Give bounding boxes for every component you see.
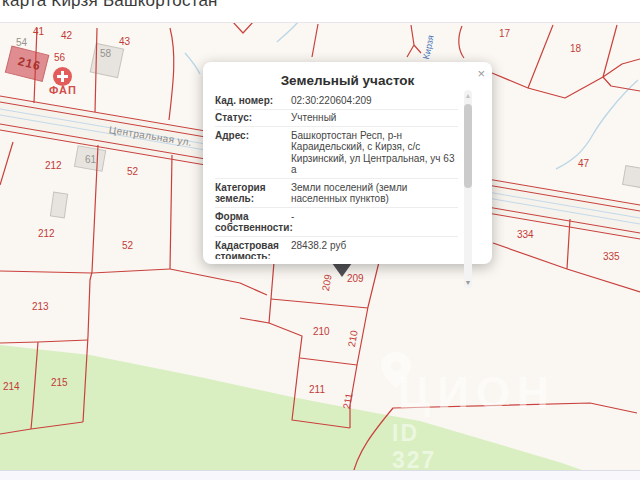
field-label: Кад. номер:: [215, 95, 290, 107]
field-value: 02:30:220604:209: [290, 95, 458, 107]
popup-row: Статус:Учтенный: [215, 110, 458, 128]
scrollbar-thumb[interactable]: [464, 104, 472, 188]
page: { "header": { "title": "карта Кирзя Башк…: [0, 0, 640, 480]
page-header: карта Кирзя Башкортостан: [0, 0, 640, 23]
popup-row: Кадастровая стоимость:28438.2 руб: [215, 237, 458, 259]
bottom-scroll-strip[interactable]: [0, 470, 640, 480]
popup-row: Категория земель:Земли поселений (земли …: [215, 179, 458, 208]
popup-row: Адрес:Башкортостан Респ, р-н Караидельск…: [215, 127, 458, 179]
popup-pointer: [332, 263, 352, 277]
popup-content: Кад. номер:02:30:220604:209Статус:Учтенн…: [215, 92, 458, 259]
scrollbar[interactable]: ▲ ▼: [464, 90, 472, 288]
field-value: Башкортостан Респ, р-н Караидельский, с …: [290, 130, 458, 176]
field-value: Учтенный: [290, 112, 458, 124]
field-label: Кадастровая стоимость:: [215, 240, 290, 260]
field-label: Адрес:: [215, 130, 290, 176]
page-title: карта Кирзя Башкортостан: [0, 0, 640, 11]
parcel-info-popup: Земельный участок × Кад. номер:02:30:220…: [203, 62, 492, 264]
close-icon[interactable]: ×: [477, 67, 485, 80]
scroll-down-icon[interactable]: ▼: [464, 279, 472, 287]
field-value: Земли поселений (земли населенных пункто…: [290, 182, 458, 205]
scroll-up-icon[interactable]: ▲: [464, 92, 472, 100]
field-label: Статус:: [215, 112, 290, 124]
popup-title: Земельный участок: [203, 73, 492, 88]
field-label: Форма собственности:: [215, 211, 290, 234]
popup-row: Форма собственности:-: [215, 208, 458, 237]
popup-row: Кад. номер:02:30:220604:209: [215, 92, 458, 110]
medical-point-icon: [53, 67, 72, 86]
field-value: -: [290, 211, 458, 234]
field-value: 28438.2 руб: [290, 240, 458, 260]
cross-horizontal: [57, 75, 68, 78]
field-label: Категория земель:: [215, 182, 290, 205]
